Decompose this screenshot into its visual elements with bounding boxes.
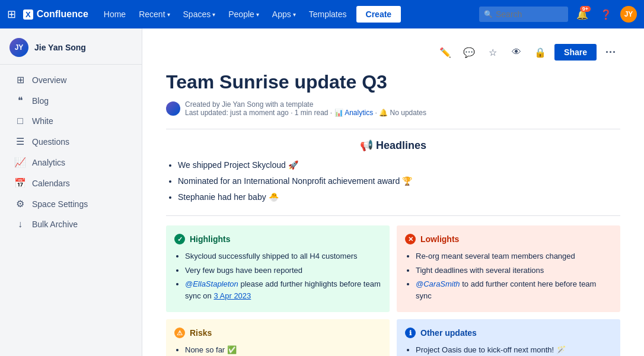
- mention[interactable]: @CaraSmith: [416, 279, 460, 288]
- list-item: We shipped Project Skycloud 🚀: [178, 159, 620, 171]
- nav-spaces[interactable]: Spaces▾: [177, 6, 222, 23]
- comment-button[interactable]: 💬: [460, 43, 479, 62]
- grid-icon[interactable]: ⊞: [7, 8, 16, 21]
- logo-text: Confluence: [37, 9, 88, 20]
- notifications-badge: 9+: [580, 6, 591, 12]
- other-updates-list: Project Oasis due to kick-off next month…: [405, 344, 612, 356]
- calendars-icon: 📅: [14, 177, 26, 189]
- sidebar-item-label: White: [32, 116, 53, 126]
- updates-icon: 🔔: [379, 109, 388, 117]
- sidebar-item-label: Calendars: [32, 179, 70, 188]
- help-button[interactable]: ❓: [597, 5, 616, 24]
- other-updates-panel: ℹ Other updates Project Oasis due to kic…: [397, 319, 620, 356]
- avatar: JY: [9, 38, 28, 57]
- page-toolbar: ✏️ 💬 ☆ 👁 🔒 Share ···: [166, 43, 620, 62]
- share-button[interactable]: Share: [554, 44, 597, 61]
- nav-people[interactable]: People▾: [222, 6, 265, 23]
- sidebar-item-analytics[interactable]: 📈 Analytics: [5, 152, 137, 173]
- edit-button[interactable]: ✏️: [436, 43, 455, 62]
- settings-icon: ⚙: [14, 198, 26, 209]
- top-navigation: ⊞ X Confluence Home Recent▾ Spaces▾ Peop…: [0, 0, 644, 28]
- risks-panel: ⚠ Risks None so far ✅: [166, 319, 390, 356]
- questions-icon: ☰: [14, 136, 26, 147]
- sidebar-nav: ⊞ Overview ❝ Blog + □ White + ☰ Question…: [0, 65, 142, 239]
- sidebar-item-label: Bulk Archive: [32, 220, 78, 229]
- page-title: Team Sunrise update Q3: [166, 71, 620, 93]
- nav-right: 🔍 🔔 9+ ❓ JY: [479, 5, 637, 24]
- created-by: Created by Jie Yan Song with a template: [185, 100, 426, 109]
- meta-separator: ·: [291, 109, 295, 117]
- mention[interactable]: @EllaStapleton: [185, 279, 238, 288]
- overview-icon: ⊞: [14, 74, 26, 85]
- chevron-down-icon: ▾: [212, 11, 215, 18]
- risks-list: None so far ✅: [174, 344, 381, 356]
- highlights-title: Highlights: [190, 234, 230, 244]
- user-avatar[interactable]: JY: [620, 6, 637, 23]
- blog-icon: ❝: [14, 95, 26, 106]
- author-avatar: [166, 101, 180, 116]
- nav-recent[interactable]: Recent▾: [133, 6, 176, 23]
- section-divider: [166, 129, 620, 129]
- risks-header: ⚠ Risks: [174, 328, 381, 338]
- page-meta: Created by Jie Yan Song with a template …: [166, 100, 620, 117]
- sidebar-item-label: Questions: [32, 137, 69, 147]
- create-button[interactable]: Create: [356, 6, 401, 23]
- sidebar-item-white[interactable]: □ White +: [5, 111, 137, 131]
- sidebar-item-label: Analytics: [32, 158, 65, 167]
- restrict-button[interactable]: 🔒: [531, 43, 550, 62]
- lowlights-list: Re-org meant several team members change…: [405, 250, 612, 301]
- list-item: Project Oasis due to kick-off next month…: [416, 344, 612, 356]
- notifications-button[interactable]: 🔔 9+: [573, 5, 592, 24]
- more-options-button[interactable]: ···: [601, 43, 620, 62]
- sidebar-item-calendars[interactable]: 📅 Calendars: [5, 173, 137, 193]
- lowlights-header: ✕ Lowlights: [405, 234, 612, 244]
- analytics-icon: 📈: [14, 157, 26, 168]
- list-item: @CaraSmith to add further content here b…: [416, 278, 612, 301]
- analytics-meta-icon: 📊: [334, 109, 343, 117]
- list-item: Nominated for an International Nonprofit…: [178, 175, 620, 187]
- star-button[interactable]: ☆: [483, 43, 502, 62]
- list-item: None so far ✅: [185, 344, 381, 356]
- lowlights-title: Lowlights: [420, 234, 459, 244]
- nav-templates[interactable]: Templates: [303, 6, 353, 23]
- archive-icon: ↓: [14, 219, 26, 230]
- nav-apps[interactable]: Apps▾: [266, 6, 302, 23]
- list-item: Re-org meant several team members change…: [416, 250, 612, 262]
- sidebar-item-blog[interactable]: ❝ Blog +: [5, 90, 137, 111]
- lowlights-panel: ✕ Lowlights Re-org meant several team me…: [397, 225, 620, 312]
- highlights-list: Skycloud successfully shipped to all H4 …: [174, 250, 381, 301]
- watch-button[interactable]: 👁: [507, 43, 526, 62]
- sidebar-item-questions[interactable]: ☰ Questions: [5, 131, 137, 152]
- list-item: @EllaStapleton please add further highli…: [185, 278, 381, 301]
- highlights-header: ✓ Highlights: [174, 234, 381, 244]
- nav-home[interactable]: Home: [98, 6, 132, 23]
- sidebar-item-label: Overview: [32, 75, 66, 85]
- headlines-heading: 📢 Headlines: [166, 139, 620, 152]
- main-content: ✏️ 💬 ☆ 👁 🔒 Share ··· Team Sunrise update…: [142, 28, 644, 356]
- analytics-link[interactable]: Analytics: [345, 109, 373, 117]
- search-wrap: 🔍: [479, 7, 568, 22]
- panels-grid: ✓ Highlights Skycloud successfully shipp…: [166, 225, 620, 356]
- sidebar-item-label: Space Settings: [32, 199, 88, 209]
- sidebar-item-overview[interactable]: ⊞ Overview: [5, 69, 137, 90]
- sidebar: JY Jie Yan Song ⊞ Overview ❝ Blog + □ Wh…: [0, 28, 142, 356]
- nav-links: Home Recent▾ Spaces▾ People▾ Apps▾ Templ…: [98, 6, 474, 23]
- search-input[interactable]: [479, 7, 568, 22]
- highlights-icon: ✓: [174, 234, 185, 244]
- date-link[interactable]: 3 Apr 2023: [213, 291, 251, 300]
- sidebar-item-bulk-archive[interactable]: ↓ Bulk Archive: [5, 214, 137, 234]
- list-item: Tight deadlines with several iterations: [416, 265, 612, 276]
- highlights-panel: ✓ Highlights Skycloud successfully shipp…: [166, 225, 390, 312]
- other-updates-header: ℹ Other updates: [405, 328, 612, 338]
- other-updates-icon: ℹ: [405, 328, 416, 338]
- sidebar-username: Jie Yan Song: [34, 43, 86, 52]
- updated-at: Last updated: just a moment ago · 1 min …: [185, 109, 426, 117]
- chevron-down-icon: ▾: [293, 11, 296, 18]
- list-item: Stephanie had her baby 🐣: [178, 191, 620, 204]
- logo[interactable]: X Confluence: [23, 9, 88, 20]
- logo-x: X: [23, 9, 33, 20]
- lowlights-icon: ✕: [405, 234, 416, 244]
- no-updates: No updates: [390, 109, 426, 117]
- meta-separator: ·: [330, 109, 334, 117]
- sidebar-item-space-settings[interactable]: ⚙ Space Settings: [5, 193, 137, 214]
